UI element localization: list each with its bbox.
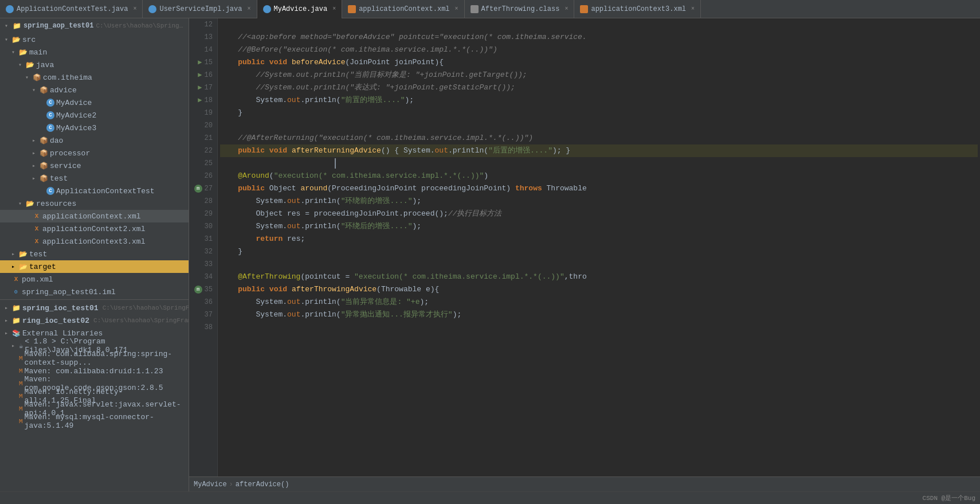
- sidebar-item-resources[interactable]: 📂 resources: [0, 197, 189, 210]
- line-num-13: 13: [194, 31, 213, 44]
- sidebar-item-app-context3-xml[interactable]: X applicationContext3.xml: [0, 235, 189, 248]
- code-line-15: public void beforeAdvice (JoinPoint join…: [220, 56, 978, 69]
- resources-label: resources: [36, 200, 76, 208]
- cursor: [335, 158, 336, 169]
- sidebar-item-target[interactable]: 📂 target: [0, 260, 189, 273]
- line-num-28: 28: [194, 195, 213, 208]
- tab-close-btn[interactable]: ×: [455, 6, 458, 12]
- tab-my-advice[interactable]: MyAdvice.java ×: [257, 0, 343, 18]
- sidebar-item-ring-ioc-test02[interactable]: 📁 ring_ioc_test02 C:\Users\haohao\Spring…: [0, 314, 189, 327]
- test-arrow: [32, 175, 38, 182]
- spring-ioc-arrow: [5, 304, 10, 311]
- resources-arrow: [18, 200, 24, 207]
- line-num-12: 12: [194, 18, 213, 31]
- breadcrumb-bar: MyAdvice › afterAdvice(): [189, 476, 980, 491]
- line-num-37: 37: [194, 308, 213, 321]
- code-container[interactable]: 12 13 14 ▶ 15 ▶ 16 ▶ 17 ▶ 18: [189, 18, 980, 476]
- sidebar-item-maven-mysql[interactable]: M Maven: mysql:mysql-connector-java:5.1.…: [0, 415, 189, 428]
- line-num-38: 38: [194, 321, 213, 334]
- code-line-16: //System.out.println("当前目标对象是: "+joinPoi…: [220, 69, 978, 81]
- sidebar-item-src[interactable]: 📂 src: [0, 33, 189, 46]
- project-icon: 📁: [12, 304, 21, 312]
- line-num-15: ▶ 15: [194, 56, 213, 69]
- line-num-29: 29: [194, 208, 213, 220]
- code-content[interactable]: //<aop:before method="beforeAdvice" poin…: [218, 18, 980, 476]
- folder-icon: 📂: [26, 200, 34, 208]
- sidebar-item-java[interactable]: 📂 java: [0, 58, 189, 71]
- processor-label: processor: [50, 149, 90, 158]
- tab-close-btn[interactable]: ×: [332, 6, 336, 12]
- ext-lib-label: External Libraries: [22, 329, 103, 338]
- line-num-35: m 35: [194, 283, 213, 296]
- sidebar-item-main[interactable]: 📂 main: [0, 46, 189, 58]
- sidebar-item-test-folder[interactable]: 📂 test: [0, 248, 189, 260]
- code-line-34: @AfterThrowing (pointcut = "execution(* …: [220, 271, 978, 283]
- java-class-icon: C: [46, 99, 54, 107]
- tab-application-context-xml[interactable]: applicationContext.xml ×: [342, 0, 464, 18]
- tab-user-service-impl[interactable]: UserServiceImpl.java ×: [143, 0, 257, 18]
- code-line-27: public Object around (ProceedingJoinPoin…: [220, 182, 978, 195]
- tab-after-throwing-class[interactable]: AfterThrowing.class ×: [465, 0, 575, 18]
- my-advice-label: MyAdvice: [56, 99, 92, 107]
- maven-icon: M: [19, 393, 23, 400]
- sidebar-item-app-context2-xml[interactable]: X applicationContext2.xml: [0, 222, 189, 235]
- ext-lib-icon: 📚: [12, 329, 21, 338]
- sidebar-item-app-context-xml[interactable]: X applicationContext.xml: [0, 210, 189, 222]
- maven-druid-label: Maven: com.alibaba:druid:1.1.23: [25, 367, 163, 376]
- test-folder-arrow: [11, 251, 17, 257]
- project-header[interactable]: 📁 spring_aop_test01 C:\Users\haohao\Spri…: [0, 18, 189, 33]
- line-num-26: 26: [194, 170, 213, 182]
- sidebar-item-iml[interactable]: ⚙ spring_aop_test01.iml: [0, 286, 189, 298]
- dao-arrow: [32, 137, 38, 144]
- code-line-29: Object res = proceedingJoinPoint.proceed…: [220, 208, 978, 220]
- ext-lib-arrow: [5, 330, 10, 337]
- tab-close-btn[interactable]: ×: [133, 6, 136, 12]
- java-label: java: [36, 61, 54, 69]
- tab-application-context-test[interactable]: ApplicationContextTest.java ×: [0, 0, 143, 18]
- sidebar-item-my-advice[interactable]: C MyAdvice: [0, 96, 189, 109]
- sidebar-item-my-advice3[interactable]: C MyAdvice3: [0, 122, 189, 134]
- tab-close-btn[interactable]: ×: [691, 6, 695, 12]
- code-line-30: System. out .println( "环绕后的增强...." );: [220, 220, 978, 233]
- sidebar-item-maven-spring-context[interactable]: M Maven: com.alibaba.spring:spring-conte…: [0, 352, 189, 365]
- code-line-21: //@AfterReturning("execution(* com.ithei…: [220, 132, 978, 144]
- project-arrow: [5, 22, 10, 29]
- maven-icon: M: [19, 405, 23, 412]
- package-label: com.itheima: [43, 73, 92, 82]
- dao-label: dao: [50, 136, 63, 145]
- project-path: C:\Users\haohao\SpringFramewo: [96, 22, 184, 29]
- sidebar-item-test-package[interactable]: 📦 test: [0, 172, 189, 185]
- tab-close-btn[interactable]: ×: [565, 6, 568, 12]
- tab-close-btn[interactable]: ×: [247, 6, 250, 12]
- main-label: main: [29, 48, 47, 57]
- line-num-30: 30: [194, 220, 213, 233]
- sidebar-item-advice[interactable]: 📦 advice: [0, 84, 189, 96]
- xml-file-icon: X: [33, 213, 41, 220]
- sidebar-item-my-advice2[interactable]: C MyAdvice2: [0, 109, 189, 122]
- pom-xml-label: pom.xml: [22, 275, 53, 284]
- tab-bar: ApplicationContextTest.java × UserServic…: [0, 0, 980, 18]
- package-icon: 📦: [40, 174, 48, 183]
- code-line-25: [220, 157, 978, 170]
- sidebar-item-processor[interactable]: 📦 processor: [0, 147, 189, 159]
- sidebar-item-com-itheima[interactable]: 📦 com.itheima: [0, 71, 189, 84]
- folder-icon: 📂: [19, 263, 28, 271]
- status-credit: CSDN @是一个Bug: [923, 494, 975, 502]
- sidebar-item-pom-xml[interactable]: X pom.xml: [0, 273, 189, 286]
- maven-icon: M: [19, 368, 23, 374]
- tab-label: UserServiceImpl.java: [159, 5, 242, 13]
- sidebar-item-app-context-test[interactable]: C ApplicationContextTest: [0, 185, 189, 197]
- sidebar-item-dao[interactable]: 📦 dao: [0, 134, 189, 147]
- code-line-31: return res;: [220, 233, 978, 245]
- status-bar: CSDN @是一个Bug: [0, 491, 980, 504]
- line-num-25: 25: [194, 157, 213, 170]
- maven-icon: M: [19, 380, 23, 387]
- ring-ioc-arrow: [5, 317, 10, 324]
- test-folder-label: test: [29, 250, 47, 259]
- tab-application-context3-xml[interactable]: applicationContext3.xml ×: [574, 0, 701, 18]
- project-name: spring_aop_test01: [23, 22, 93, 30]
- sidebar-item-spring-ioc-test01[interactable]: 📁 spring_ioc_test01 C:\Users\haohao\Spri…: [0, 302, 189, 314]
- folder-icon: 📂: [19, 48, 28, 57]
- sidebar-item-service[interactable]: 📦 service: [0, 159, 189, 172]
- line-num-36: 36: [194, 296, 213, 308]
